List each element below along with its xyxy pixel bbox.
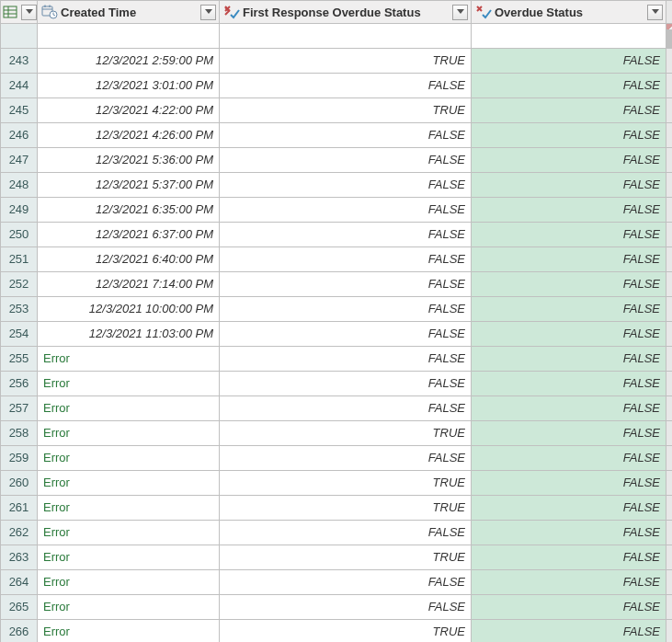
cell-first-response-overdue[interactable]: FALSE (220, 74, 471, 97)
cell-overdue-status[interactable]: FALSE (472, 471, 666, 495)
cell-first-response-overdue[interactable]: FALSE (220, 247, 471, 271)
row-number[interactable]: 264 (1, 570, 37, 594)
cell-created-time[interactable]: 12/3/2021 6:35:00 PM (38, 198, 219, 222)
row-number[interactable]: 254 (1, 322, 37, 346)
cell-overdue-status[interactable]: FALSE (472, 620, 666, 642)
cell-overdue-status[interactable]: FALSE (472, 272, 666, 296)
row-number[interactable]: 251 (1, 247, 37, 271)
cell-overdue-status[interactable]: FALSE (472, 322, 666, 346)
cell-overdue-status[interactable]: FALSE (472, 173, 666, 197)
cell-first-response-overdue[interactable]: FALSE (220, 347, 471, 371)
cell-overdue-status[interactable]: FALSE (472, 98, 666, 122)
cell-first-response-overdue[interactable]: FALSE (220, 297, 471, 321)
cell-overdue-status[interactable]: FALSE (472, 148, 666, 172)
cell-first-response-overdue[interactable]: FALSE (220, 372, 471, 396)
cell-overdue-status[interactable]: FALSE (472, 396, 666, 420)
cell-first-response-overdue[interactable]: FALSE (220, 396, 471, 420)
cell-overdue-status[interactable]: FALSE (472, 74, 666, 97)
row-number[interactable]: 262 (1, 521, 37, 545)
cell-error[interactable]: Error (38, 620, 219, 642)
cell-first-response-overdue[interactable]: FALSE (220, 272, 471, 296)
cell-error[interactable]: Error (38, 372, 219, 396)
row-number[interactable]: 246 (1, 123, 37, 147)
row-number[interactable]: 250 (1, 223, 37, 246)
row-number[interactable]: 266 (1, 620, 37, 642)
cell-error[interactable]: Error (38, 347, 219, 371)
cell-created-time[interactable]: 12/3/2021 2:59:00 PM (38, 49, 219, 73)
cell-first-response-overdue[interactable]: FALSE (220, 521, 471, 545)
row-number[interactable]: 253 (1, 297, 37, 321)
cell-first-response-overdue[interactable]: FALSE (220, 223, 471, 246)
cell-first-response-overdue[interactable]: TRUE (220, 471, 471, 495)
row-number[interactable]: 252 (1, 272, 37, 296)
corner-dropdown[interactable] (21, 5, 37, 20)
cell-first-response-overdue[interactable]: FALSE (220, 148, 471, 172)
cell-created-time[interactable]: 12/3/2021 5:36:00 PM (38, 148, 219, 172)
cell-error[interactable]: Error (38, 421, 219, 445)
cell-overdue-status[interactable]: FALSE (472, 446, 666, 470)
cell-error[interactable]: Error (38, 496, 219, 520)
cell-created-time[interactable]: 12/3/2021 4:22:00 PM (38, 98, 219, 122)
cell-first-response-overdue[interactable]: FALSE (220, 322, 471, 346)
cell-overdue-status[interactable]: FALSE (472, 223, 666, 246)
cell-first-response-overdue[interactable]: TRUE (220, 496, 471, 520)
table-corner[interactable] (1, 1, 37, 23)
row-number[interactable]: 256 (1, 372, 37, 396)
row-number[interactable]: 243 (1, 49, 37, 73)
row-number[interactable]: 244 (1, 74, 37, 97)
column-header-overdue-status[interactable]: Overdue Status (472, 1, 666, 23)
cell-overdue-status[interactable]: FALSE (472, 372, 666, 396)
column-dropdown[interactable] (200, 5, 216, 20)
column-header-created-time[interactable]: Created Time (38, 1, 219, 23)
row-number[interactable]: 248 (1, 173, 37, 197)
cell-overdue-status[interactable]: FALSE (472, 421, 666, 445)
cell-first-response-overdue[interactable]: FALSE (220, 595, 471, 619)
cell-overdue-status[interactable]: FALSE (472, 570, 666, 594)
cell-created-time[interactable]: 12/3/2021 11:03:00 PM (38, 322, 219, 346)
cell-overdue-status[interactable]: FALSE (472, 247, 666, 271)
row-number[interactable]: 265 (1, 595, 37, 619)
cell-first-response-overdue[interactable]: TRUE (220, 421, 471, 445)
row-number[interactable]: 249 (1, 198, 37, 222)
row-number[interactable]: 245 (1, 98, 37, 122)
cell-first-response-overdue[interactable]: TRUE (220, 620, 471, 642)
cell-first-response-overdue[interactable]: FALSE (220, 570, 471, 594)
cell-error[interactable]: Error (38, 396, 219, 420)
cell-created-time[interactable]: 12/3/2021 7:14:00 PM (38, 272, 219, 296)
cell-error[interactable]: Error (38, 595, 219, 619)
row-number[interactable]: 260 (1, 471, 37, 495)
cell-overdue-status[interactable]: FALSE (472, 347, 666, 371)
column-dropdown[interactable] (647, 5, 663, 20)
row-number[interactable]: 259 (1, 446, 37, 470)
row-number[interactable]: 255 (1, 347, 37, 371)
cell-overdue-status[interactable]: FALSE (472, 521, 666, 545)
cell-first-response-overdue[interactable]: TRUE (220, 49, 471, 73)
cell-first-response-overdue[interactable]: FALSE (220, 173, 471, 197)
column-header-first-response-overdue[interactable]: First Response Overdue Status (220, 1, 471, 23)
row-number[interactable]: 247 (1, 148, 37, 172)
cell-first-response-overdue[interactable]: TRUE (220, 545, 471, 569)
cell-overdue-status[interactable]: FALSE (472, 198, 666, 222)
cell-created-time[interactable]: 12/3/2021 6:40:00 PM (38, 247, 219, 271)
row-number[interactable]: 263 (1, 545, 37, 569)
cell-created-time[interactable]: 12/3/2021 3:01:00 PM (38, 74, 219, 97)
cell-first-response-overdue[interactable]: FALSE (220, 198, 471, 222)
cell-first-response-overdue[interactable]: TRUE (220, 98, 471, 122)
cell-error[interactable]: Error (38, 521, 219, 545)
cell-overdue-status[interactable]: FALSE (472, 496, 666, 520)
cell-first-response-overdue[interactable]: FALSE (220, 446, 471, 470)
cell-error[interactable]: Error (38, 570, 219, 594)
cell-overdue-status[interactable]: FALSE (472, 545, 666, 569)
cell-created-time[interactable]: 12/3/2021 4:26:00 PM (38, 123, 219, 147)
cell-overdue-status[interactable]: FALSE (472, 595, 666, 619)
row-number[interactable]: 257 (1, 396, 37, 420)
cell-overdue-status[interactable]: FALSE (472, 297, 666, 321)
cell-overdue-status[interactable]: FALSE (472, 123, 666, 147)
column-dropdown[interactable] (452, 5, 468, 20)
cell-first-response-overdue[interactable]: FALSE (220, 123, 471, 147)
cell-created-time[interactable]: 12/3/2021 5:37:00 PM (38, 173, 219, 197)
cell-error[interactable]: Error (38, 545, 219, 569)
cell-overdue-status[interactable]: FALSE (472, 49, 666, 73)
cell-error[interactable]: Error (38, 471, 219, 495)
row-number[interactable]: 258 (1, 421, 37, 445)
